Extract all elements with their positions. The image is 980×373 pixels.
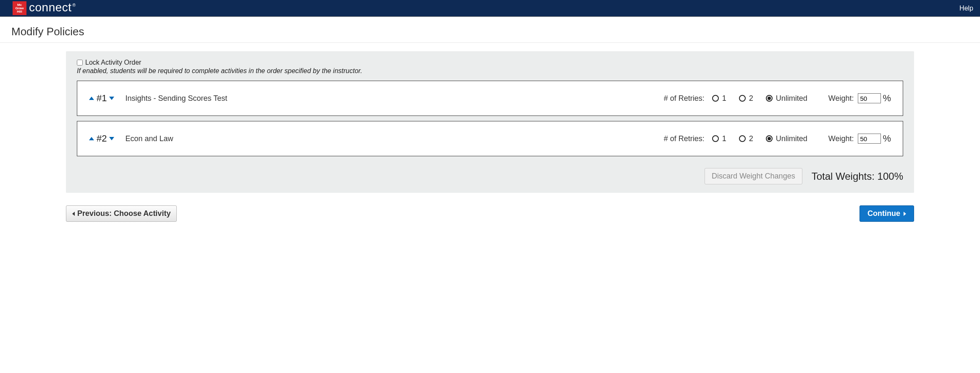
retries-radio-unlimited[interactable]: Unlimited <box>766 94 807 103</box>
weight-input[interactable] <box>858 93 881 103</box>
weight-label: Weight: <box>828 94 854 103</box>
top-nav-bar: McGrawHill connect® Help <box>0 0 980 17</box>
continue-button[interactable]: Continue <box>859 205 914 222</box>
registered-mark: ® <box>73 3 76 8</box>
move-up-icon[interactable] <box>89 137 94 140</box>
brand: McGrawHill connect® <box>0 0 76 16</box>
weight-input[interactable] <box>858 134 881 144</box>
page-actions: Previous: Choose Activity Continue <box>66 205 914 222</box>
order-controls: #2 <box>89 133 114 144</box>
move-down-icon[interactable] <box>109 97 114 100</box>
previous-button[interactable]: Previous: Choose Activity <box>66 205 177 222</box>
lock-order-label: Lock Activity Order <box>85 59 141 66</box>
radio-icon <box>712 95 719 102</box>
caret-left-icon <box>72 212 75 216</box>
retries-radio-2[interactable]: 2 <box>739 134 753 143</box>
weight-section: Weight: % <box>828 133 891 144</box>
order-number: #1 <box>97 93 107 104</box>
page-title: Modify Policies <box>0 17 980 43</box>
retries-section: # of Retries: 1 2 Unlimited <box>664 134 820 143</box>
continue-button-label: Continue <box>867 209 900 218</box>
radio-icon-selected <box>766 135 773 142</box>
content-wrap: Lock Activity Order If enabled, students… <box>0 43 980 230</box>
radio-label: Unlimited <box>776 134 807 143</box>
radio-label: 1 <box>722 134 726 143</box>
activity-title: Insights - Sending Scores Test <box>125 94 663 103</box>
retries-radio-group: 1 2 Unlimited <box>712 94 820 103</box>
help-link[interactable]: Help <box>959 5 973 12</box>
activity-row: #2 Econ and Law # of Retries: 1 2 <box>77 121 903 156</box>
retries-section: # of Retries: 1 2 Unlimited <box>664 94 820 103</box>
radio-label: 2 <box>749 134 753 143</box>
radio-icon <box>712 135 719 142</box>
move-down-icon[interactable] <box>109 137 114 140</box>
order-number: #2 <box>97 133 107 144</box>
lock-order-hint: If enabled, students will be required to… <box>77 67 903 75</box>
radio-label: Unlimited <box>776 94 807 103</box>
retries-radio-2[interactable]: 2 <box>739 94 753 103</box>
weight-label: Weight: <box>828 134 854 143</box>
retries-label: # of Retries: <box>664 94 705 103</box>
retries-radio-1[interactable]: 1 <box>712 94 726 103</box>
discard-weight-button[interactable]: Discard Weight Changes <box>705 168 802 184</box>
radio-label: 1 <box>722 94 726 103</box>
order-controls: #1 <box>89 93 114 104</box>
activity-row: #1 Insights - Sending Scores Test # of R… <box>77 81 903 116</box>
weight-section: Weight: % <box>828 93 891 104</box>
percent-symbol: % <box>883 93 891 104</box>
retries-radio-unlimited[interactable]: Unlimited <box>766 134 807 143</box>
brand-text: connect <box>29 1 72 14</box>
retries-radio-1[interactable]: 1 <box>712 134 726 143</box>
activity-title: Econ and Law <box>125 134 663 143</box>
mcgraw-hill-logo: McGrawHill <box>13 1 26 15</box>
radio-icon-selected <box>766 95 773 102</box>
panel-footer: Discard Weight Changes Total Weights: 10… <box>77 168 903 184</box>
percent-symbol: % <box>883 133 891 144</box>
previous-button-label: Previous: Choose Activity <box>77 209 170 218</box>
retries-label: # of Retries: <box>664 134 705 143</box>
total-weights-label: Total Weights: 100% <box>812 171 903 182</box>
caret-right-icon <box>904 212 906 216</box>
policies-panel: Lock Activity Order If enabled, students… <box>66 51 914 193</box>
lock-order-row: Lock Activity Order <box>77 59 903 66</box>
radio-icon <box>739 135 746 142</box>
radio-label: 2 <box>749 94 753 103</box>
retries-radio-group: 1 2 Unlimited <box>712 134 820 143</box>
radio-icon <box>739 95 746 102</box>
move-up-icon[interactable] <box>89 97 94 100</box>
lock-order-checkbox[interactable] <box>77 60 83 66</box>
brand-name: connect® <box>29 1 76 14</box>
